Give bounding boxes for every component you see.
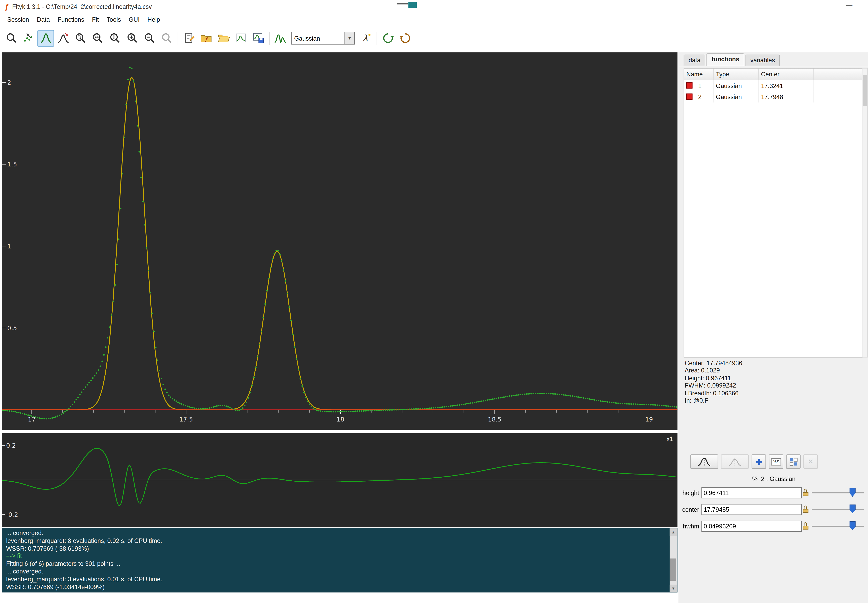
function-type-value: Gaussian xyxy=(292,35,344,42)
lock-icon[interactable] xyxy=(803,489,809,496)
scroll-up-icon[interactable]: ▲ xyxy=(670,529,677,536)
zoom-in-icon[interactable] xyxy=(124,30,140,46)
scroll-down-icon[interactable]: ▼ xyxy=(670,585,677,592)
previous-zoom-icon[interactable] xyxy=(158,30,175,46)
title-bar: ƒ Fityk 1.3.1 - C:\Temp\24_2\corrected.l… xyxy=(0,0,868,13)
table-scrollbar[interactable] xyxy=(862,68,868,357)
svg-text:1.5: 1.5 xyxy=(7,161,17,168)
fit-run-icon[interactable]: λ xyxy=(357,30,374,46)
auto-add-peak-icon[interactable] xyxy=(272,30,288,46)
menu-item[interactable]: Help xyxy=(144,14,164,25)
save-image-icon[interactable] xyxy=(250,30,266,46)
function-name: _2 xyxy=(694,93,702,100)
parameter-label: center xyxy=(679,506,699,513)
column-header-blank xyxy=(814,68,862,80)
parameter-slider[interactable] xyxy=(812,502,864,517)
scrollbar-thumb[interactable] xyxy=(863,75,867,106)
sidebar-tab[interactable]: data xyxy=(684,54,705,65)
function-color-swatch[interactable] xyxy=(687,93,693,99)
svg-text:18.5: 18.5 xyxy=(488,416,502,423)
column-header-name[interactable]: Name xyxy=(684,68,713,80)
open-data-icon[interactable] xyxy=(215,30,232,46)
delete-function-button[interactable]: ✕ xyxy=(803,454,818,469)
menu-item[interactable]: Data xyxy=(33,14,54,25)
column-header-type[interactable]: Type xyxy=(713,68,758,80)
function-type: Gaussian xyxy=(713,91,758,102)
function-labels-button[interactable] xyxy=(721,454,749,469)
lock-icon[interactable] xyxy=(803,506,809,513)
parameter-row: hwhm xyxy=(679,519,868,536)
parameter-slider[interactable] xyxy=(812,519,864,533)
info-line: Height: 0.967411 xyxy=(685,375,863,382)
menu-item[interactable]: Session xyxy=(3,14,33,25)
console-line: ... converged. xyxy=(6,529,666,537)
main-plot[interactable]: 1717.51818.5190.511.52 xyxy=(2,52,677,430)
slider-thumb[interactable] xyxy=(849,488,856,497)
color-grid-button[interactable] xyxy=(786,454,801,469)
aux-plot[interactable]: 0.2-0.2 x1 xyxy=(2,433,677,527)
parameter-input[interactable] xyxy=(702,504,802,515)
zoom-mode-icon[interactable] xyxy=(3,30,20,46)
zoom-vertical-icon[interactable] xyxy=(106,30,123,46)
info-line: In: @0.F xyxy=(685,397,863,404)
continue-fit-icon[interactable] xyxy=(397,30,413,46)
slider-thumb[interactable] xyxy=(849,521,856,530)
column-header-center[interactable]: Center xyxy=(759,68,814,80)
console-line: WSSR: 0.707669 (-38.6193%) xyxy=(6,545,666,552)
zoom-horizontal-icon[interactable] xyxy=(89,30,106,46)
plot-image-icon[interactable] xyxy=(232,30,249,46)
menu-item[interactable]: Fit xyxy=(88,14,103,25)
sidebar-tab[interactable]: functions xyxy=(707,54,744,66)
console-scrollbar[interactable]: ▲ ▼ xyxy=(670,529,677,592)
slider-groove xyxy=(812,492,864,493)
parameter-label: hwhm xyxy=(679,523,699,529)
lock-icon[interactable] xyxy=(803,522,809,529)
main-plot-canvas[interactable]: 1717.51818.5190.511.52 xyxy=(2,52,677,430)
function-type-select[interactable]: Gaussian ▼ xyxy=(291,32,355,45)
aux-plot-canvas[interactable]: 0.2-0.2 xyxy=(2,433,677,527)
data-range-mode-icon[interactable] xyxy=(20,30,37,46)
zoom-all-icon[interactable] xyxy=(72,30,88,46)
svg-text:19: 19 xyxy=(645,416,653,423)
svg-text:17.5: 17.5 xyxy=(179,416,193,423)
svg-text:0.5: 0.5 xyxy=(7,325,17,332)
window-title: Fityk 1.3.1 - C:\Temp\24_2\corrected.lin… xyxy=(12,3,152,10)
menu-item[interactable]: Functions xyxy=(54,14,88,25)
console-line: ... converged. xyxy=(6,568,666,576)
add-peak-mode-icon[interactable] xyxy=(37,30,54,46)
function-row[interactable]: _1 Gaussian 17.3241 xyxy=(684,80,862,91)
parameter-list: height center hwhm xyxy=(679,485,868,536)
menu-item[interactable]: GUI xyxy=(125,14,144,25)
slider-thumb[interactable] xyxy=(849,504,856,513)
scrollbar-thumb[interactable] xyxy=(670,558,676,581)
activate-function-mode-icon[interactable] xyxy=(54,30,71,46)
function-row[interactable]: _2 Gaussian 17.7948 xyxy=(684,91,862,102)
info-line: Area: 0.1029 xyxy=(685,367,863,375)
screen-artifact xyxy=(408,2,417,8)
function-center: 17.7948 xyxy=(759,91,814,102)
console-lines: ... converged.levenberg_marquardt: 8 eva… xyxy=(6,529,666,591)
function-table: Name Type Center _1 Gaussian 17.3241 xyxy=(684,68,863,357)
menu-item[interactable]: Tools xyxy=(103,14,125,25)
undo-fit-icon[interactable] xyxy=(380,30,396,46)
toolbar-separator xyxy=(269,32,270,45)
sidebar-tab[interactable]: variables xyxy=(745,54,780,65)
function-name: _1 xyxy=(694,82,702,89)
add-function-button[interactable] xyxy=(752,454,766,469)
percent-toggle-button[interactable]: %S xyxy=(769,454,783,469)
selected-function-label: %_2 : Gaussian xyxy=(679,476,868,482)
svg-text:λ: λ xyxy=(362,33,367,43)
percent-label: %S xyxy=(771,458,781,465)
open-session-icon[interactable]: ƒ xyxy=(198,30,214,46)
chevron-down-icon[interactable]: ▼ xyxy=(344,32,354,44)
parameter-input[interactable] xyxy=(702,521,802,532)
minimize-button[interactable]: — xyxy=(846,1,852,9)
svg-text:17: 17 xyxy=(28,416,36,423)
parameter-input[interactable] xyxy=(702,487,802,498)
zoom-out-icon[interactable] xyxy=(141,30,158,46)
function-marks-button[interactable] xyxy=(690,454,718,469)
parameter-slider[interactable] xyxy=(812,485,864,500)
function-color-swatch[interactable] xyxy=(687,82,693,88)
sidebar-toolbar: %S ✕ xyxy=(690,454,818,469)
data-properties-icon[interactable] xyxy=(181,30,197,46)
